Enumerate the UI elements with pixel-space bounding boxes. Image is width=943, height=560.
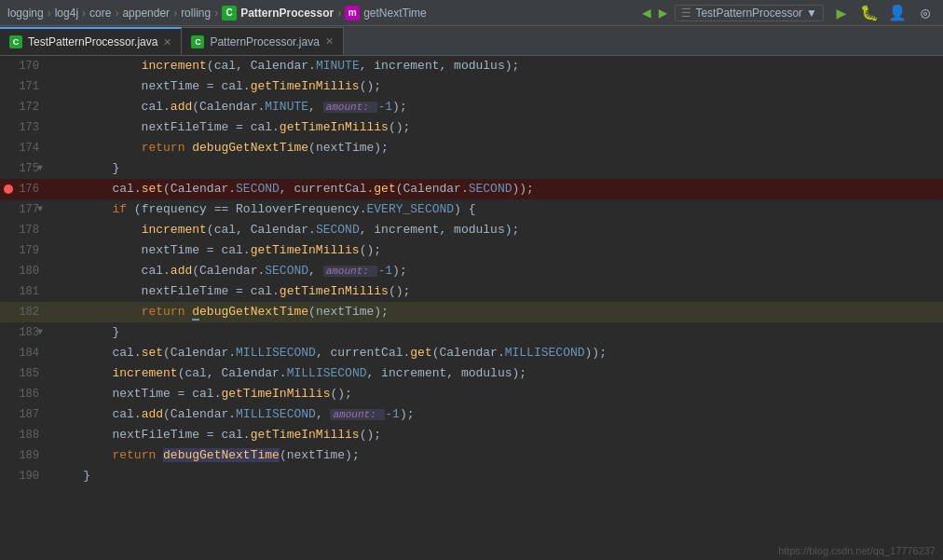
gutter-175: 175 ▼	[0, 158, 47, 179]
content-171: nextTime = cal.getTimeInMillis();	[47, 76, 943, 97]
code-line-176: 176 cal.set(Calendar.SECOND, currentCal.…	[0, 179, 943, 199]
tab-label-1: TestPatternProcessor.java	[28, 35, 157, 48]
code-line-171: 171 nextTime = cal.getTimeInMillis();	[0, 76, 943, 97]
code-line-184: 184 cal.set(Calendar.MILLISECOND, curren…	[0, 343, 943, 363]
content-174: return debugGetNextTime(nextTime);	[47, 138, 943, 158]
class-label-text: TestPatternProcessor	[695, 7, 802, 20]
content-181: nextFileTime = cal.getTimeInMillis();	[47, 281, 943, 302]
content-177: if (frequency == RolloverFrequency.EVERY…	[47, 199, 943, 220]
nav-back-icon[interactable]: ◀	[642, 4, 651, 22]
code-line-182: 182 return debugGetNextTime(nextTime);	[0, 302, 943, 322]
code-line-174: 174 return debugGetNextTime(nextTime);	[0, 138, 943, 158]
content-170: increment(cal, Calendar.MINUTE, incremen…	[47, 56, 943, 76]
breadcrumb-right: ◀ ▶ ☰ TestPatternProcessor ▼ ▶ 🐛 👤 ◎	[642, 3, 936, 23]
content-190: }	[47, 466, 943, 486]
gutter-184: 184	[0, 343, 47, 363]
code-line-178: 178 increment(cal, Calendar.SECOND, incr…	[0, 220, 943, 240]
gutter-174: 174	[0, 138, 47, 158]
gutter-183: 183 ▼	[0, 322, 47, 343]
class-label-icon: ☰	[681, 7, 691, 20]
content-178: increment(cal, Calendar.SECOND, incremen…	[47, 220, 943, 240]
content-182: return debugGetNextTime(nextTime);	[47, 302, 943, 322]
nav-forward-icon[interactable]: ▶	[659, 4, 668, 22]
code-container: 170 increment(cal, Calendar.MINUTE, incr…	[0, 56, 943, 560]
code-line-172: 172 cal.add(Calendar.MINUTE, amount: -1)…	[0, 97, 943, 117]
tab-icon-c-2: C	[191, 35, 204, 48]
breadcrumb-rolling[interactable]: rolling	[181, 7, 211, 20]
content-175: }	[47, 158, 943, 179]
breadcrumb-log4j[interactable]: log4j	[55, 7, 78, 20]
breakpoint-dot-176[interactable]	[4, 184, 13, 194]
tab-label-2: PatternProcessor.java	[210, 35, 319, 48]
gutter-170: 170	[0, 56, 47, 76]
fold-icon-177[interactable]: ▼	[37, 204, 48, 215]
content-172: cal.add(Calendar.MINUTE, amount: -1);	[47, 97, 943, 117]
gutter-172: 172	[0, 97, 47, 117]
code-line-177: 177 ▼ if (frequency == RolloverFrequency…	[0, 199, 943, 220]
code-line-185: 185 increment(cal, Calendar.MILLISECOND,…	[0, 363, 943, 384]
content-188: nextFileTime = cal.getTimeInMillis();	[47, 425, 943, 445]
code-line-186: 186 nextTime = cal.getTimeInMillis();	[0, 384, 943, 404]
gutter-179: 179	[0, 240, 47, 261]
code-line-175: 175 ▼ }	[0, 158, 943, 179]
gutter-176: 176	[0, 179, 47, 199]
breadcrumb-appender[interactable]: appender	[122, 7, 170, 20]
tabs-bar: C TestPatternProcessor.java ✕ C PatternP…	[0, 26, 943, 56]
tab-testpatternprocessor[interactable]: C TestPatternProcessor.java ✕	[0, 27, 182, 55]
method-icon-m: m	[345, 6, 360, 20]
tab-icon-c-1: C	[9, 35, 22, 48]
code-line-181: 181 nextFileTime = cal.getTimeInMillis()…	[0, 281, 943, 302]
breadcrumb-getnexttime[interactable]: getNextTime	[363, 7, 427, 20]
gutter-186: 186	[0, 384, 47, 404]
breadcrumb-logging[interactable]: logging	[7, 7, 44, 20]
gutter-178: 178	[0, 220, 47, 240]
content-180: cal.add(Calendar.SECOND, amount: -1);	[47, 261, 943, 281]
profile-button[interactable]: 👤	[887, 3, 908, 23]
debug-button[interactable]: 🐛	[859, 3, 880, 23]
gutter-185: 185	[0, 363, 47, 384]
breadcrumb-bar: logging › log4j › core › appender › roll…	[0, 0, 943, 26]
code-line-190: 190 }	[0, 466, 943, 486]
fold-icon-175[interactable]: ▼	[37, 163, 48, 174]
tab-close-1[interactable]: ✕	[163, 36, 171, 48]
gutter-182: 182	[0, 302, 47, 322]
gutter-177: 177 ▼	[0, 199, 47, 220]
code-line-170: 170 increment(cal, Calendar.MINUTE, incr…	[0, 56, 943, 76]
fold-icon-183[interactable]: ▼	[37, 327, 48, 338]
gutter-171: 171	[0, 76, 47, 97]
gutter-173: 173	[0, 117, 47, 138]
tab-close-2[interactable]: ✕	[325, 35, 334, 48]
watermark: https://blog.csdn.net/qq_17776237	[778, 545, 936, 556]
class-icon-c: C	[222, 6, 237, 20]
content-184: cal.set(Calendar.MILLISECOND, currentCal…	[47, 343, 943, 363]
content-176: cal.set(Calendar.SECOND, currentCal.get(…	[47, 179, 943, 199]
code-line-173: 173 nextFileTime = cal.getTimeInMillis()…	[0, 117, 943, 138]
code-line-183: 183 ▼ }	[0, 322, 943, 343]
code-line-179: 179 nextTime = cal.getTimeInMillis();	[0, 240, 943, 261]
content-173: nextFileTime = cal.getTimeInMillis();	[47, 117, 943, 138]
gutter-189: 189	[0, 445, 47, 466]
tab-patternprocessor[interactable]: C PatternProcessor.java ✕	[182, 27, 343, 55]
content-183: }	[47, 322, 943, 343]
gutter-180: 180	[0, 261, 47, 281]
class-label-chevron: ▼	[806, 7, 817, 20]
code-line-188: 188 nextFileTime = cal.getTimeInMillis()…	[0, 425, 943, 445]
run-button[interactable]: ▶	[831, 3, 852, 23]
gutter-187: 187	[0, 404, 47, 425]
breadcrumb-pattern-processor[interactable]: PatternProcessor	[240, 7, 334, 20]
content-186: nextTime = cal.getTimeInMillis();	[47, 384, 943, 404]
breadcrumb-core[interactable]: core	[89, 7, 111, 20]
content-189: return debugGetNextTime(nextTime);	[47, 445, 943, 466]
gutter-190: 190	[0, 466, 47, 486]
content-187: cal.add(Calendar.MILLISECOND, amount: -1…	[47, 404, 943, 425]
code-line-180: 180 cal.add(Calendar.SECOND, amount: -1)…	[0, 261, 943, 281]
gutter-188: 188	[0, 425, 47, 445]
content-185: increment(cal, Calendar.MILLISECOND, inc…	[47, 363, 943, 384]
class-label-box[interactable]: ☰ TestPatternProcessor ▼	[675, 5, 824, 21]
gutter-181: 181	[0, 281, 47, 302]
coverage-button[interactable]: ◎	[915, 3, 936, 23]
code-line-187: 187 cal.add(Calendar.MILLISECOND, amount…	[0, 404, 943, 425]
content-179: nextTime = cal.getTimeInMillis();	[47, 240, 943, 261]
code-line-189: 189 return debugGetNextTime(nextTime);	[0, 445, 943, 466]
